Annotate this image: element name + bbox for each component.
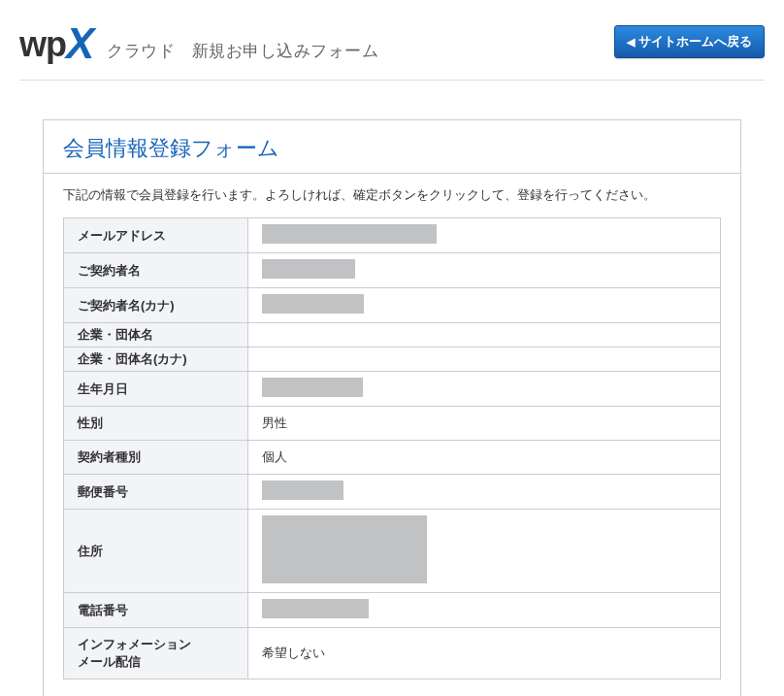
row-label: 企業・団体名(カナ) <box>64 348 248 372</box>
form-description: 下記の情報で会員登録を行います。よろしければ、確定ボタンをクリックして、登録を行… <box>44 174 740 217</box>
row-label: ご契約者名(カナ) <box>64 288 248 323</box>
row-label: インフォメーションメール配信 <box>64 628 248 679</box>
row-value <box>248 288 721 323</box>
row-value: 個人 <box>248 441 721 475</box>
redacted-value <box>262 224 437 244</box>
redacted-value <box>262 294 364 314</box>
row-label: 電話番号 <box>64 593 248 628</box>
header-divider <box>19 80 765 81</box>
logo-wp: wp <box>19 24 66 64</box>
table-row: 生年月日 <box>64 372 721 407</box>
row-label: 企業・団体名 <box>64 323 248 348</box>
row-label: メールアドレス <box>64 218 248 253</box>
table-row: インフォメーションメール配信希望しない <box>64 628 721 679</box>
row-value <box>248 253 721 288</box>
logo: wpX <box>19 17 93 66</box>
brand-block: wpX クラウド 新規お申し込みフォーム <box>19 17 378 66</box>
row-value <box>248 218 721 253</box>
back-button-label: サイトホームへ戻る <box>638 33 752 50</box>
row-value <box>248 593 721 628</box>
table-row: 住所 <box>64 510 721 593</box>
row-label: 住所 <box>64 510 248 593</box>
table-row: ご契約者名 <box>64 253 721 288</box>
page-subtitle: クラウド 新規お申し込みフォーム <box>107 40 378 62</box>
row-value <box>248 323 721 348</box>
redacted-value <box>262 599 369 618</box>
row-value <box>248 348 721 372</box>
redacted-value <box>262 378 363 397</box>
table-row: 契約者種別個人 <box>64 441 721 475</box>
redacted-value <box>262 481 343 500</box>
row-label: 郵便番号 <box>64 475 248 510</box>
table-row: 電話番号 <box>64 593 721 628</box>
row-value: 男性 <box>248 407 721 441</box>
row-label: 生年月日 <box>64 372 248 407</box>
table-row: メールアドレス <box>64 218 721 253</box>
row-label: ご契約者名 <box>64 253 248 288</box>
registration-data-table: メールアドレスご契約者名ご契約者名(カナ)企業・団体名企業・団体名(カナ)生年月… <box>63 217 721 679</box>
table-row: 性別男性 <box>64 407 721 441</box>
table-row: 企業・団体名 <box>64 323 721 348</box>
registration-form-card: 会員情報登録フォーム 下記の情報で会員登録を行います。よろしければ、確定ボタンを… <box>43 119 741 696</box>
table-row: 企業・団体名(カナ) <box>64 348 721 372</box>
table-row: 郵便番号 <box>64 475 721 510</box>
row-label: 性別 <box>64 407 248 441</box>
form-title: 会員情報登録フォーム <box>44 120 740 174</box>
redacted-value <box>262 259 355 279</box>
row-value <box>248 475 721 510</box>
row-value: 希望しない <box>248 628 721 679</box>
back-to-site-button[interactable]: ◀ サイトホームへ戻る <box>614 25 765 58</box>
row-value <box>248 510 721 593</box>
redacted-value <box>262 515 427 583</box>
table-row: ご契約者名(カナ) <box>64 288 721 323</box>
back-arrow-icon: ◀ <box>627 36 635 49</box>
logo-x: X <box>66 19 93 68</box>
row-label: 契約者種別 <box>64 441 248 475</box>
page-header: wpX クラウド 新規お申し込みフォーム ◀ サイトホームへ戻る <box>19 17 765 66</box>
row-value <box>248 372 721 407</box>
